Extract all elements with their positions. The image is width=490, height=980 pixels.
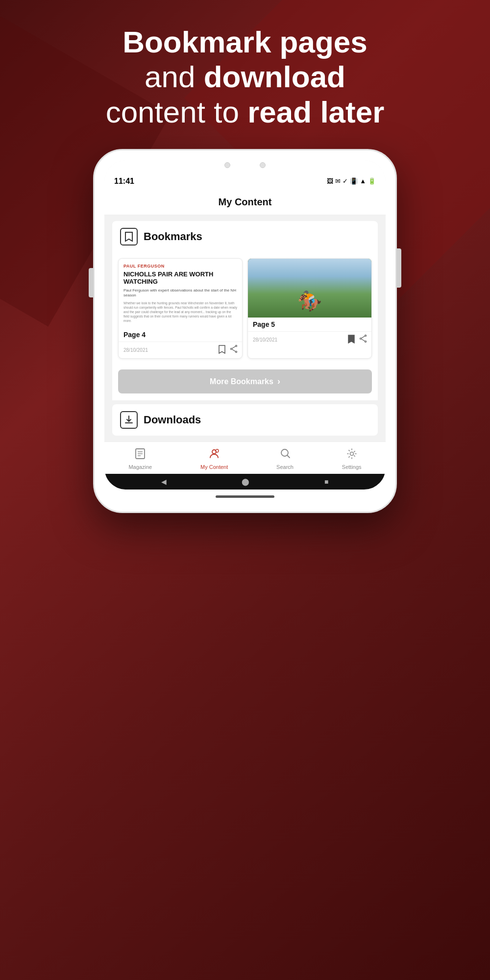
recents-gesture[interactable]: ■ bbox=[324, 478, 328, 486]
settings-icon bbox=[346, 448, 357, 463]
back-gesture[interactable]: ◀ bbox=[161, 478, 167, 486]
svg-line-8 bbox=[361, 336, 365, 338]
svg-line-9 bbox=[361, 339, 365, 341]
status-time: 11:41 bbox=[114, 177, 134, 186]
card-1-bookmark-icon[interactable] bbox=[219, 345, 225, 355]
message-icon: ✉ bbox=[335, 177, 341, 185]
status-icons: 🖼 ✉ ✓ 📳 ▲ 🔋 bbox=[327, 177, 376, 185]
bookmark-card-1[interactable]: PAUL FERGUSON NICHOLLS PAIR ARE WORTH WA… bbox=[118, 258, 243, 359]
card-2-share-icon[interactable] bbox=[360, 335, 367, 345]
more-bookmarks-label: More Bookmarks bbox=[210, 377, 273, 386]
phone-bottom bbox=[104, 490, 386, 502]
svg-point-1 bbox=[231, 348, 232, 350]
battery-icon: 🔋 bbox=[368, 177, 376, 185]
downloads-title: Downloads bbox=[144, 414, 201, 426]
photo-icon: 🖼 bbox=[327, 177, 333, 185]
bookmarks-icon bbox=[120, 228, 138, 245]
more-btn-container: More Bookmarks › bbox=[112, 365, 378, 400]
nav-my-content[interactable]: My Content bbox=[196, 446, 233, 472]
vibrate-icon: 📳 bbox=[350, 177, 358, 185]
card-1-date: 28/10/2021 bbox=[123, 347, 148, 353]
screen-content: My Content Bookmarks bbox=[104, 190, 386, 490]
bookmarks-title: Bookmarks bbox=[144, 230, 202, 243]
app-header: My Content bbox=[104, 190, 386, 215]
card-1-actions bbox=[219, 345, 237, 355]
card-2-bookmark-icon[interactable] bbox=[348, 335, 355, 345]
camera-dot-left bbox=[224, 162, 230, 168]
home-gesture[interactable]: ⬤ bbox=[242, 478, 249, 486]
main-section: Bookmarks PAUL FERGUSON NICHOLLS PAIR AR… bbox=[104, 215, 386, 441]
nav-settings[interactable]: Settings bbox=[337, 446, 367, 472]
horse-racing-image bbox=[248, 259, 371, 318]
search-icon bbox=[280, 448, 291, 463]
bottom-nav: Magazine My Content bbox=[104, 441, 386, 474]
card-2-actions bbox=[348, 335, 367, 345]
svg-line-4 bbox=[232, 349, 235, 351]
nav-magazine[interactable]: Magazine bbox=[123, 446, 157, 472]
nav-search[interactable]: Search bbox=[271, 446, 298, 472]
header-title: Bookmark pages and download content to r… bbox=[29, 24, 461, 129]
bookmarks-section-header: Bookmarks bbox=[112, 221, 378, 252]
nav-my-content-label: My Content bbox=[200, 464, 228, 470]
home-pill bbox=[216, 495, 274, 498]
downloads-icon bbox=[120, 411, 138, 429]
card-1-page: Page 4 bbox=[119, 328, 242, 342]
svg-point-18 bbox=[350, 452, 353, 456]
home-indicator: ◀ ⬤ ■ bbox=[104, 474, 386, 490]
status-bar: 11:41 🖼 ✉ ✓ 📳 ▲ 🔋 bbox=[104, 172, 386, 190]
more-bookmarks-button[interactable]: More Bookmarks › bbox=[118, 369, 372, 393]
nav-gesture-bar: ◀ ⬤ ■ bbox=[104, 478, 386, 486]
camera-dot-right bbox=[260, 162, 266, 168]
card-2-image bbox=[248, 259, 371, 318]
camera-area bbox=[104, 160, 386, 172]
card-1-subtitle: Paul Ferguson with expert observations a… bbox=[123, 288, 237, 298]
card-2-date: 28/10/2021 bbox=[253, 337, 277, 343]
card-1-share-icon[interactable] bbox=[230, 345, 237, 355]
header-section: Bookmark pages and download content to r… bbox=[0, 0, 490, 149]
svg-point-0 bbox=[236, 345, 237, 347]
nav-magazine-label: Magazine bbox=[128, 464, 152, 470]
card-1-title: NICHOLLS PAIR ARE WORTH WATCHING bbox=[123, 270, 237, 286]
downloads-section[interactable]: Downloads bbox=[112, 404, 378, 436]
phone-inner: 11:41 🖼 ✉ ✓ 📳 ▲ 🔋 My Content bbox=[104, 160, 386, 490]
card-1-body: Whether we look to the hunting grounds n… bbox=[123, 301, 237, 323]
svg-point-5 bbox=[365, 335, 367, 336]
card-1-content: PAUL FERGUSON NICHOLLS PAIR ARE WORTH WA… bbox=[119, 259, 242, 328]
card-2-footer: 28/10/2021 bbox=[248, 331, 371, 348]
card-2-page: Page 5 bbox=[248, 318, 371, 331]
svg-point-2 bbox=[236, 351, 237, 353]
app-title: My Content bbox=[219, 196, 272, 207]
svg-line-17 bbox=[287, 456, 290, 458]
card-1-author: PAUL FERGUSON bbox=[123, 264, 237, 269]
nav-search-label: Search bbox=[276, 464, 294, 470]
wifi-icon: ▲ bbox=[360, 177, 366, 185]
card-1-footer: 28/10/2021 bbox=[119, 342, 242, 358]
magazine-icon bbox=[135, 448, 146, 463]
svg-point-6 bbox=[360, 338, 362, 339]
svg-line-3 bbox=[232, 346, 235, 348]
my-content-icon bbox=[209, 448, 220, 463]
more-bookmarks-arrow: › bbox=[277, 376, 280, 387]
phone-container: 11:41 🖼 ✉ ✓ 📳 ▲ 🔋 My Content bbox=[0, 149, 490, 533]
phone-mockup: 11:41 🖼 ✉ ✓ 📳 ▲ 🔋 My Content bbox=[93, 149, 397, 513]
check-icon: ✓ bbox=[343, 177, 348, 185]
bookmarks-grid: PAUL FERGUSON NICHOLLS PAIR ARE WORTH WA… bbox=[112, 252, 378, 365]
bookmark-card-2[interactable]: Page 5 28/10/2021 bbox=[247, 258, 372, 359]
svg-point-7 bbox=[365, 341, 367, 342]
nav-settings-label: Settings bbox=[342, 464, 362, 470]
